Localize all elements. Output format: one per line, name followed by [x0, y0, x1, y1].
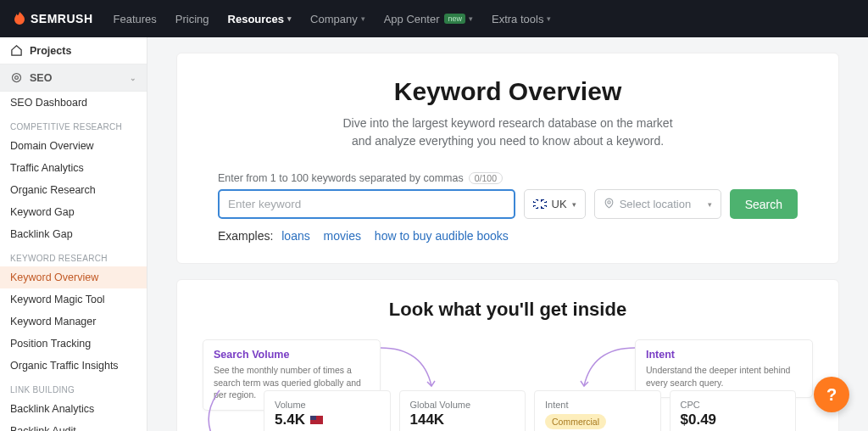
callout-intent-title: Intent	[646, 349, 802, 361]
location-placeholder: Select location	[620, 198, 692, 210]
sidebar-organic-research[interactable]: Organic Research	[0, 179, 147, 201]
callout-intent-text: Understand the deeper intent behind ever…	[646, 364, 802, 389]
chevron-down-icon: ▾	[547, 14, 551, 23]
sidebar-organic-traffic-insights[interactable]: Organic Traffic Insights	[0, 355, 147, 377]
metric-global-volume: Global Volume 144K 12K 12K 12K	[399, 390, 526, 431]
chevron-down-icon: ▾	[469, 14, 473, 23]
example-link-movies[interactable]: movies	[324, 229, 361, 243]
target-icon	[10, 71, 23, 84]
preview-card: Look what you'll get inside Search Volum…	[176, 279, 839, 431]
svg-point-2	[608, 200, 610, 203]
nav-appcenter[interactable]: App Centernew▾	[384, 13, 473, 25]
country-select[interactable]: UK ▾	[524, 189, 586, 219]
nav-pricing[interactable]: Pricing	[175, 13, 209, 25]
keyword-counter: 0/100	[469, 172, 503, 184]
metric-cpc-value: $0.49	[681, 411, 786, 428]
sidebar-keyword-gap[interactable]: Keyword Gap	[0, 201, 147, 223]
page-subtitle: Dive into the largest keyword research d…	[218, 115, 798, 150]
metric-intent-label: Intent	[545, 400, 650, 410]
chevron-down-icon: ⌄	[130, 74, 136, 82]
sidebar-backlink-gap[interactable]: Backlink Gap	[0, 223, 147, 245]
sidebar-keyword-manager[interactable]: Keyword Manager	[0, 311, 147, 333]
sidebar-backlink-analytics[interactable]: Backlink Analytics	[0, 398, 147, 420]
flag-us-icon	[310, 416, 323, 424]
search-row: UK ▾ Select location ▾ Search	[218, 189, 798, 219]
preview-title: Look what you'll get inside	[203, 299, 813, 321]
metric-global-value: 144K	[410, 411, 515, 428]
examples-label: Examples:	[218, 229, 273, 243]
brand-logo[interactable]: SEMRUSH	[12, 11, 93, 26]
sidebar: Projects SEO ⌄ SEO Dashboard COMPETITIVE…	[0, 37, 147, 431]
brand-flame-icon	[12, 11, 27, 26]
nav-features[interactable]: Features	[114, 13, 157, 25]
keyword-input[interactable]	[218, 189, 515, 219]
question-icon: ?	[826, 385, 837, 405]
nav-resources[interactable]: Resources▾	[228, 13, 292, 25]
nav-items: Features Pricing Resources▾ Company▾ App…	[114, 13, 552, 25]
input-help-label: Enter from 1 to 100 keywords separated b…	[218, 172, 798, 184]
sidebar-keyword-magic[interactable]: Keyword Magic Tool	[0, 288, 147, 311]
metric-global-label: Global Volume	[410, 400, 515, 410]
svg-point-0	[13, 74, 21, 82]
hero-card: Keyword Overview Dive into the largest k…	[176, 53, 839, 264]
metric-volume: Volume 5.4K Keyword Difficulty 60%	[264, 390, 391, 431]
sidebar-projects[interactable]: Projects	[0, 37, 147, 64]
sidebar-seo-label: SEO	[30, 72, 52, 84]
sidebar-heading-link: LINK BUILDING	[0, 377, 147, 398]
metric-intent: Intent Commercial Trend	[534, 390, 661, 431]
metric-cpc-label: CPC	[681, 400, 786, 410]
location-select[interactable]: Select location ▾	[594, 189, 721, 219]
chevron-down-icon: ▾	[361, 14, 365, 23]
new-badge: new	[444, 14, 465, 24]
brand-text: SEMRUSH	[31, 12, 93, 25]
example-link-audible[interactable]: how to buy audible books	[375, 229, 509, 243]
preview-area: Search Volume See the monthly number of …	[203, 339, 813, 431]
sidebar-heading-keyword: KEYWORD RESEARCH	[0, 245, 147, 266]
callout-intent: Intent Understand the deeper intent behi…	[635, 339, 813, 398]
sidebar-backlink-audit[interactable]: Backlink Audit	[0, 420, 147, 431]
metric-row: Volume 5.4K Keyword Difficulty 60% Globa…	[264, 390, 796, 431]
sidebar-seo-dashboard[interactable]: SEO Dashboard	[0, 92, 147, 114]
location-pin-icon	[604, 198, 615, 211]
help-fab[interactable]: ?	[814, 377, 849, 412]
nav-extratools[interactable]: Extra tools▾	[492, 13, 551, 25]
examples-row: Examples: loans movies how to buy audibl…	[218, 229, 798, 243]
intent-tag: Commercial	[545, 414, 606, 429]
svg-point-1	[15, 76, 19, 80]
sidebar-seo-toggle[interactable]: SEO ⌄	[0, 64, 147, 92]
metric-volume-value: 5.4K	[275, 411, 380, 428]
top-nav: SEMRUSH Features Pricing Resources▾ Comp…	[0, 0, 868, 37]
sidebar-keyword-overview[interactable]: Keyword Overview	[0, 266, 147, 288]
search-button[interactable]: Search	[730, 189, 798, 219]
sidebar-position-tracking[interactable]: Position Tracking	[0, 333, 147, 355]
chevron-down-icon: ▾	[572, 200, 576, 209]
callout-volume-title: Search Volume	[214, 349, 370, 361]
metric-volume-label: Volume	[275, 400, 380, 410]
home-icon	[10, 44, 23, 57]
sidebar-heading-competitive: COMPETITIVE RESEARCH	[0, 114, 147, 135]
sidebar-domain-overview[interactable]: Domain Overview	[0, 135, 147, 157]
example-link-loans[interactable]: loans	[281, 229, 309, 243]
flag-uk-icon	[533, 199, 547, 209]
main-content: Keyword Overview Dive into the largest k…	[147, 37, 868, 431]
page-title: Keyword Overview	[218, 77, 798, 106]
sidebar-traffic-analytics[interactable]: Traffic Analytics	[0, 157, 147, 179]
chevron-down-icon: ▾	[708, 200, 712, 209]
country-label: UK	[552, 198, 567, 210]
nav-company[interactable]: Company▾	[310, 13, 365, 25]
chevron-down-icon: ▾	[287, 14, 292, 23]
metric-cpc: CPC $0.49 Competitive Density 0.56	[670, 390, 797, 431]
sidebar-projects-label: Projects	[30, 45, 71, 57]
